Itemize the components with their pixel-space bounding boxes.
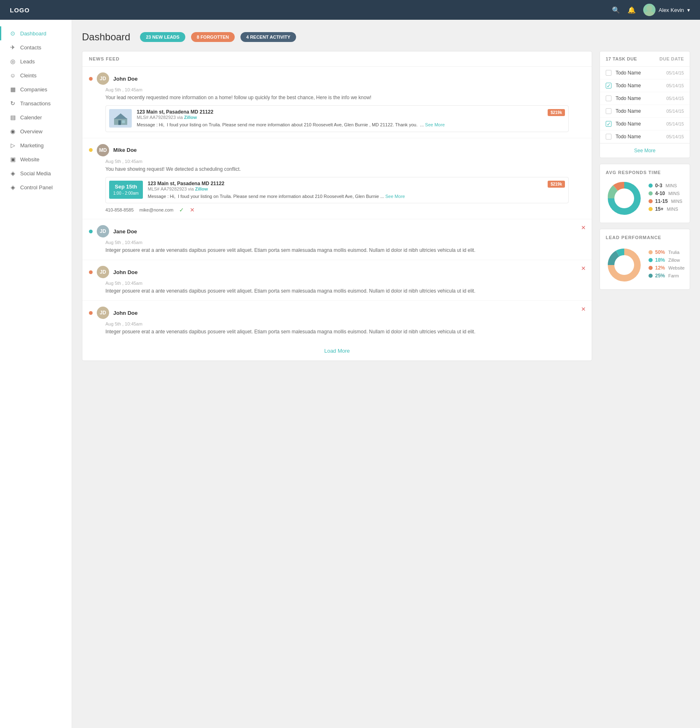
- news-feed-body: JD John Doe Aug 5th , 10:45am Your lead …: [82, 67, 592, 341]
- property-image: [109, 109, 132, 128]
- status-dot-orange: [89, 311, 93, 315]
- website-icon: ▣: [9, 156, 16, 163]
- sidebar-label-control-panel: Control Panel: [20, 184, 53, 191]
- svg-point-0: [646, 5, 652, 11]
- feed-time: Aug 5th , 10:45am: [105, 240, 585, 245]
- task-due-label: DUE DATE: [660, 56, 684, 61]
- topnav-right: 🔍 🔔 Alex Kevin ▾: [612, 4, 690, 16]
- legend-dot: [649, 207, 653, 211]
- feed-avatar: JD: [97, 266, 109, 278]
- see-more-button[interactable]: See More: [600, 143, 690, 158]
- social-media-icon: ◈: [9, 170, 16, 177]
- sidebar-item-overview[interactable]: ◉ Overview: [0, 124, 72, 138]
- legend-label: MINS: [671, 199, 683, 204]
- task-checkbox[interactable]: [606, 134, 611, 140]
- feed-name: John Doe: [113, 269, 138, 275]
- property-card: 123 Main st, Pasadena MD 21122 MLS# AA79…: [105, 105, 569, 132]
- decline-icon[interactable]: ✕: [190, 207, 195, 213]
- legend-range: 0-3: [655, 183, 662, 188]
- load-more-button[interactable]: Load More: [82, 341, 592, 361]
- feed-time: Aug 5th , 10:45am: [105, 281, 585, 286]
- confirm-icon[interactable]: ✓: [179, 207, 184, 213]
- feed-text: Integer posuere erat a ante venenatis da…: [105, 287, 585, 295]
- email: mike@none.com: [140, 207, 174, 212]
- property-address: 123 Main st, Pasadena MD 21122: [148, 181, 224, 186]
- chevron-down-icon: ▾: [687, 7, 690, 13]
- feed-item: MD Mike Doe Aug 5th , 10:45am You have s…: [82, 138, 592, 220]
- feed-item: JD John Doe ✕ Aug 5th , 10:45am Integer …: [82, 260, 592, 301]
- property-price: $219k: [548, 181, 565, 188]
- see-more-link[interactable]: See More: [425, 122, 445, 127]
- overview-icon: ◉: [9, 128, 16, 135]
- perf-chart-wrap: 50% Trulia 18% Zillow 12%: [606, 245, 684, 284]
- property-message: Message : Hi, I foud your listing on Tru…: [137, 121, 565, 128]
- bell-icon[interactable]: 🔔: [628, 6, 636, 14]
- feed-text: Integer posuere erat a ante venenatis da…: [105, 247, 585, 254]
- feed-text: You have showing request! We detected a …: [105, 165, 585, 173]
- sidebar-item-companies[interactable]: ▦ Companies: [0, 82, 72, 96]
- task-date: 05/14/15: [666, 134, 684, 139]
- legend-item: 4-10 MINS: [649, 191, 682, 196]
- legend-label: MINS: [667, 207, 678, 212]
- task-checkbox[interactable]: [606, 108, 611, 114]
- sidebar-label-cleints: Cleints: [20, 72, 37, 79]
- legend-label: MINS: [665, 183, 677, 188]
- feed-time: Aug 5th , 10:45am: [105, 159, 585, 164]
- close-button[interactable]: ✕: [581, 224, 586, 231]
- sidebar-item-calender[interactable]: ▤ Calender: [0, 110, 72, 124]
- search-icon[interactable]: 🔍: [612, 6, 620, 14]
- property-message: Message : Hi, I foud your listing on Tru…: [148, 193, 565, 200]
- user-menu[interactable]: Alex Kevin ▾: [643, 4, 690, 16]
- sidebar-item-dashboard[interactable]: ⊙ Dashboard: [0, 26, 72, 40]
- task-checkbox[interactable]: [606, 70, 611, 76]
- close-button[interactable]: ✕: [581, 265, 586, 272]
- feed-item-header: JD Jane Doe: [89, 225, 585, 237]
- sidebar-item-cleints[interactable]: ☺ Cleints: [0, 68, 72, 82]
- task-checkbox[interactable]: ✓: [606, 83, 611, 88]
- sidebar-item-social-media[interactable]: ◈ Social Media: [0, 166, 72, 180]
- property-card: Sep 15th 1:00 - 2:00am 123 Main st, Pasa…: [105, 177, 569, 204]
- legend-item: 50% Trulia: [649, 249, 685, 255]
- sidebar-label-contacts: Contacts: [20, 44, 41, 51]
- recent-activity-badge[interactable]: 4 RECENT ACTIVITY: [240, 32, 296, 42]
- task-row: Todo Name 05/14/15: [600, 130, 690, 143]
- legend-pct: 50%: [655, 249, 665, 255]
- new-leads-badge[interactable]: 23 NEW LEADS: [140, 32, 185, 42]
- feed-text: Your lead recently requested more inform…: [105, 94, 585, 101]
- sidebar-label-dashboard: Dashboard: [20, 30, 47, 37]
- sidebar-item-control-panel[interactable]: ◈ Control Panel: [0, 180, 72, 194]
- transactions-icon: ↻: [9, 100, 16, 107]
- sidebar-item-website[interactable]: ▣ Website: [0, 152, 72, 166]
- legend-range: 4-10: [655, 191, 665, 196]
- page-wrap: ⊙ Dashboard ✈ Contacts ◎ Leads ☺ Cleints…: [0, 20, 700, 728]
- two-col-layout: NEWS FEED JD John Doe Aug 5th , 10:45am …: [82, 51, 690, 367]
- sidebar-label-calender: Calender: [20, 114, 42, 121]
- sidebar-item-marketing[interactable]: ▷ Marketing: [0, 138, 72, 152]
- feed-name: Mike Doe: [113, 147, 137, 153]
- sidebar-label-marketing: Marketing: [20, 142, 44, 149]
- close-button[interactable]: ✕: [581, 306, 586, 312]
- feed-name: John Doe: [113, 76, 138, 82]
- feed-item: JD John Doe ✕ Aug 5th , 10:45am Integer …: [82, 301, 592, 341]
- sidebar-item-contacts[interactable]: ✈ Contacts: [0, 40, 72, 54]
- sidebar-item-transactions[interactable]: ↻ Transactions: [0, 96, 72, 110]
- property-info: 123 Main st, Pasadena MD 21122 MLS# AA79…: [137, 109, 565, 128]
- avg-response-chart: [606, 180, 643, 217]
- see-more-link[interactable]: See More: [385, 194, 405, 199]
- legend-dot: [649, 199, 653, 203]
- status-dot-yellow: [89, 148, 93, 152]
- dash-header: Dashboard 23 NEW LEADS 8 FORGOTTEN 4 REC…: [82, 31, 690, 43]
- feed-text: Integer posuere erat a ante venenatis da…: [105, 328, 585, 335]
- avatar: [643, 4, 656, 16]
- forgotten-badge[interactable]: 8 FORGOTTEN: [191, 32, 235, 42]
- task-date: 05/14/15: [666, 70, 684, 75]
- feed-item-header: JD John Doe: [89, 72, 585, 85]
- legend-dot: [649, 184, 653, 188]
- sidebar-item-leads[interactable]: ◎ Leads: [0, 54, 72, 68]
- news-feed-header: NEWS FEED: [82, 51, 592, 67]
- feed-item-header: MD Mike Doe: [89, 144, 585, 156]
- task-date: 05/14/15: [666, 83, 684, 88]
- task-checkbox[interactable]: [606, 95, 611, 101]
- legend-item: 15+ MINS: [649, 206, 682, 212]
- task-checkbox[interactable]: ✓: [606, 121, 611, 127]
